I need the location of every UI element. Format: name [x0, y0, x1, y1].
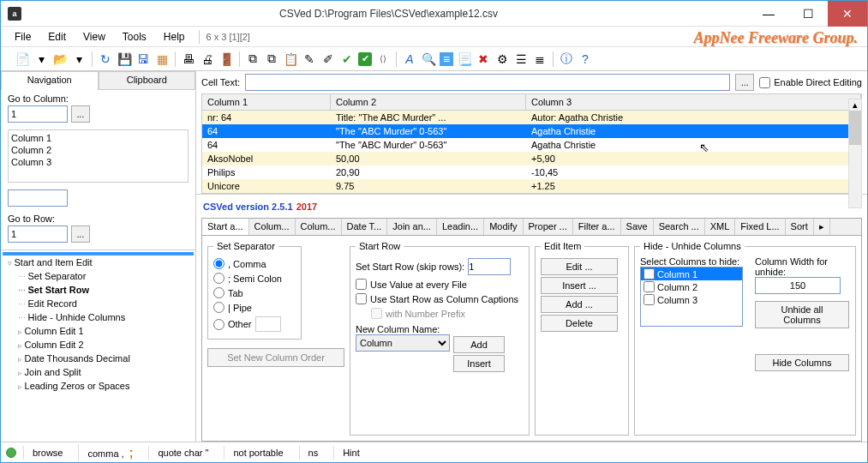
table-row[interactable]: 64"The "ABC Murder" 0-563"Agatha Christi…: [202, 124, 861, 138]
col-header[interactable]: Column 1: [202, 94, 331, 110]
menu-help[interactable]: Help: [157, 28, 192, 45]
down2-icon[interactable]: ▾: [71, 51, 87, 67]
close-button[interactable]: ✕: [828, 1, 867, 27]
data-grid[interactable]: Column 1 Column 2 Column 3 nr: 64Title: …: [201, 93, 862, 194]
menu-file[interactable]: File: [8, 28, 38, 45]
lower-tab[interactable]: Colum...: [296, 219, 342, 235]
font-icon[interactable]: A: [402, 51, 417, 67]
settings-icon[interactable]: ⚙: [494, 51, 510, 67]
delete-button[interactable]: Delete: [541, 315, 618, 332]
code-icon[interactable]: ⟨⟩: [375, 51, 391, 67]
list-item[interactable]: Column 3: [641, 293, 742, 306]
copy2-icon[interactable]: ⧉: [264, 51, 279, 67]
lower-tab[interactable]: Proper ...: [524, 219, 573, 235]
column-list[interactable]: Column 1 Column 2 Column 3: [8, 129, 189, 183]
lower-tab[interactable]: Leadin...: [437, 219, 484, 235]
tree-item[interactable]: Hide - Unhide Columns: [3, 310, 194, 324]
lower-tab[interactable]: Save: [621, 219, 654, 235]
list-item[interactable]: Column 3: [10, 156, 186, 168]
tree-item[interactable]: Column Edit 1: [3, 324, 194, 338]
start-row-spinner[interactable]: [468, 258, 511, 275]
check2-icon[interactable]: ✔: [358, 52, 372, 66]
tree-item[interactable]: Set Separator: [3, 269, 194, 283]
lower-tab[interactable]: Date T...: [342, 219, 388, 235]
print-preview-icon[interactable]: 🖶: [181, 51, 196, 67]
copy-icon[interactable]: ⧉: [245, 51, 260, 67]
hide-columns-list[interactable]: Column 1 Column 2 Column 3: [640, 267, 743, 327]
lower-tab[interactable]: Join an...: [387, 219, 437, 235]
lower-tab[interactable]: XML: [705, 219, 736, 235]
use-caption-checkbox[interactable]: [356, 293, 367, 304]
sep-other-input[interactable]: [255, 316, 281, 332]
insert-col-button[interactable]: Insert: [453, 355, 505, 372]
menu-view[interactable]: View: [76, 28, 112, 45]
edit-button[interactable]: Edit ...: [541, 258, 618, 275]
delete-icon[interactable]: ✖: [476, 51, 491, 67]
tabs-more-icon[interactable]: ▸: [814, 219, 830, 235]
table-row[interactable]: 64"The "ABC Murder" 0-563"Agatha Christi…: [202, 138, 861, 152]
minimize-button[interactable]: —: [749, 1, 788, 27]
tree-item[interactable]: Set Start Row: [3, 283, 194, 297]
list-item[interactable]: Column 2: [10, 144, 186, 156]
lower-tab[interactable]: Start a...: [202, 219, 249, 235]
col-header[interactable]: Column 2: [331, 94, 526, 110]
open-icon[interactable]: 📂: [52, 51, 68, 67]
tree-item[interactable]: Edit Record: [3, 297, 194, 310]
grid-scrollbar[interactable]: ▴: [848, 99, 862, 208]
paste-icon[interactable]: 📋: [283, 51, 298, 67]
col-header[interactable]: Column 3: [526, 94, 861, 110]
tree-item[interactable]: Date Thousands Decimal: [3, 352, 194, 365]
insert-button[interactable]: Insert ...: [541, 277, 618, 294]
lower-tab[interactable]: Colum...: [249, 219, 296, 235]
nav-tree[interactable]: Start and Item EditSet SeparatorSet Star…: [1, 250, 195, 438]
tree-item[interactable]: Leading Zeros or Spaces: [3, 379, 194, 393]
sep-tab-radio[interactable]: [213, 287, 224, 298]
table-row[interactable]: Unicore9.75+1.25: [202, 179, 861, 193]
export-icon[interactable]: ▦: [154, 51, 170, 67]
use-value-checkbox[interactable]: [356, 279, 367, 290]
tree-item[interactable]: Start and Item Edit: [3, 256, 194, 269]
lower-tab[interactable]: Fixed L...: [735, 219, 785, 235]
list-icon[interactable]: ☰: [513, 51, 529, 67]
new-col-select[interactable]: Column: [356, 334, 450, 352]
direct-edit-checkbox[interactable]: [759, 77, 770, 88]
list-item[interactable]: Column 2: [641, 280, 742, 293]
set-column-order-button[interactable]: Set New Column Order: [207, 348, 344, 367]
lower-tab[interactable]: Modify: [484, 219, 523, 235]
column-filter-input[interactable]: [8, 189, 68, 207]
goto-column-input[interactable]: [8, 105, 68, 123]
down-icon[interactable]: ▾: [33, 51, 49, 67]
sep-semi-radio[interactable]: [213, 273, 224, 284]
list2-icon[interactable]: ≣: [532, 51, 548, 67]
list-item[interactable]: Column 1: [10, 132, 186, 144]
list-item[interactable]: Column 1: [641, 268, 742, 280]
search-icon[interactable]: 🔍: [421, 51, 436, 67]
menu-tools[interactable]: Tools: [116, 28, 153, 45]
maximize-button[interactable]: ☐: [788, 1, 828, 27]
save-as-icon[interactable]: 🖫: [135, 51, 151, 67]
save-icon[interactable]: 💾: [117, 51, 132, 67]
lower-tab[interactable]: Filter a...: [573, 219, 621, 235]
info-icon[interactable]: ⓘ: [559, 51, 574, 67]
goto-row-button[interactable]: ...: [71, 225, 90, 243]
help-icon[interactable]: ?: [578, 51, 593, 67]
sep-pipe-radio[interactable]: [213, 302, 224, 313]
celltext-input[interactable]: [245, 74, 730, 91]
highlight-icon[interactable]: ≡: [440, 52, 453, 66]
tree-item[interactable]: Join and Split: [3, 365, 194, 379]
celltext-button[interactable]: ...: [735, 74, 754, 91]
add-col-button[interactable]: Add: [453, 336, 505, 353]
add-button[interactable]: Add ...: [541, 296, 618, 313]
unhide-all-button[interactable]: Unhide all Columns: [755, 301, 849, 328]
sep-comma-radio[interactable]: [213, 258, 224, 269]
goto-row-input[interactable]: [8, 225, 68, 243]
tab-navigation[interactable]: Navigation: [1, 71, 99, 90]
exit-icon[interactable]: 🚪: [218, 51, 234, 67]
menu-edit[interactable]: Edit: [41, 28, 73, 45]
check-icon[interactable]: ✔: [339, 51, 355, 67]
table-row[interactable]: AksoNobel50,00+5,90: [202, 152, 861, 165]
lower-tab[interactable]: Search ...: [654, 219, 705, 235]
page-icon[interactable]: 📃: [457, 51, 472, 67]
unhide-width-input[interactable]: [755, 277, 841, 294]
edit-cell-icon[interactable]: ✎: [302, 51, 317, 67]
